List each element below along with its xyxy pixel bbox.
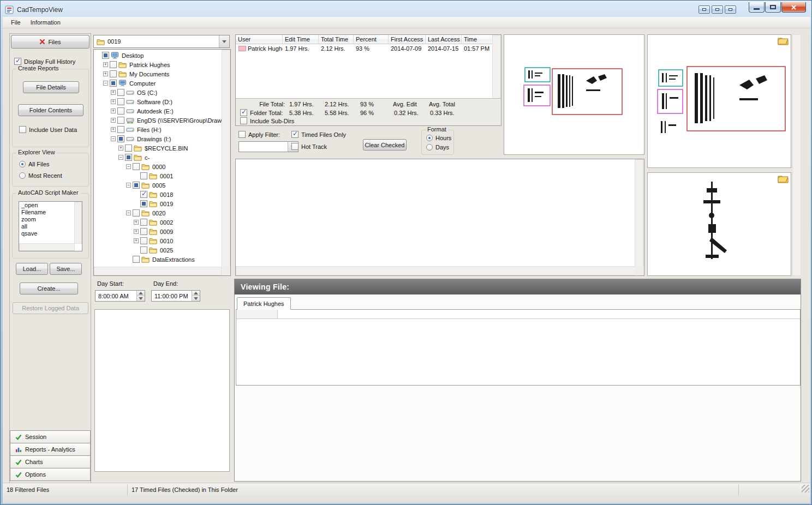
hours-radio[interactable]	[426, 135, 433, 141]
folder-total-checkbox[interactable]	[240, 109, 247, 116]
tree-checkbox[interactable]	[117, 135, 124, 142]
minimize-button[interactable]	[749, 2, 765, 13]
collapse-icon[interactable]: −	[103, 81, 108, 86]
tree-checkbox[interactable]	[140, 172, 147, 179]
days-radio[interactable]	[426, 144, 433, 151]
day-end-spinner[interactable]: 11:00:00 PM	[151, 290, 200, 302]
tree-checkbox[interactable]	[133, 209, 140, 217]
open-folder-icon[interactable]	[778, 37, 789, 46]
expand-icon[interactable]: +	[134, 220, 139, 225]
create-button[interactable]: Create...	[20, 282, 78, 294]
tree-item-software-d[interactable]: +Software (D:)	[94, 97, 222, 106]
tree-checkbox[interactable]	[140, 191, 147, 198]
tree-item-0018[interactable]: 0018	[94, 190, 222, 199]
tree-item-0002[interactable]: +0002	[94, 218, 222, 227]
tree-item-recycle-bin[interactable]: +$RECYCLE.BIN	[94, 143, 222, 153]
expand-icon[interactable]: +	[111, 109, 116, 113]
collapse-icon[interactable]: −	[111, 136, 116, 141]
tree-checkbox[interactable]	[125, 145, 132, 152]
collapse-icon[interactable]: −	[118, 155, 123, 160]
tree-item-patrick-hughes[interactable]: +Patrick Hughes	[94, 60, 222, 69]
stats-column-time[interactable]: Time	[462, 35, 493, 44]
tree-item-files-h[interactable]: +Files (H:)	[94, 125, 222, 134]
close-button[interactable]	[781, 2, 806, 13]
tree-item-0019[interactable]: 0019	[94, 199, 222, 208]
nav-button-session[interactable]: Session	[10, 430, 91, 443]
tree-checkbox[interactable]	[117, 126, 124, 133]
spin-down-button[interactable]	[137, 296, 145, 301]
tree-vertical-scrollbar[interactable]	[222, 50, 230, 267]
spin-up-button[interactable]	[192, 291, 200, 296]
tree-checkbox[interactable]	[133, 256, 140, 263]
extra-window-button-3[interactable]	[725, 5, 736, 14]
clear-checked-button[interactable]: Clear Checked	[363, 139, 407, 151]
tree-item-0009[interactable]: +0009	[94, 227, 222, 236]
nav-button-reports-analytics[interactable]: Reports - Analytics	[10, 443, 91, 456]
folder-contents-button[interactable]: Folder Contents	[18, 104, 83, 116]
most-recent-radio[interactable]	[19, 172, 26, 179]
tree-checkbox[interactable]	[117, 98, 124, 105]
tab-patrick-hughes[interactable]: Patrick Hughes	[237, 297, 291, 310]
stats-column-edit-time[interactable]: Edit Time	[283, 35, 319, 44]
tree-checkbox[interactable]	[110, 70, 117, 77]
stats-column-total-time[interactable]: Total Time	[319, 35, 354, 44]
tree-item-0025[interactable]: 0025	[94, 245, 222, 255]
tree-item-drawings-i[interactable]: −Drawings (I:)	[94, 134, 222, 143]
stats-column-first-access[interactable]: First Access	[389, 35, 426, 44]
day-start-spinner[interactable]: 8:00:00 AM	[95, 290, 145, 302]
file-list-horizontal-scrollbar[interactable]	[236, 266, 636, 275]
tree-checkbox[interactable]	[140, 219, 147, 226]
tree-item-engds-server-group-drawin[interactable]: +EngDS (\\SERVER\Group\Drawin	[94, 116, 222, 125]
tree-checkbox[interactable]	[140, 247, 147, 254]
script-line-open[interactable]: _open	[19, 202, 74, 209]
expand-icon[interactable]: +	[111, 90, 116, 95]
tree-checkbox[interactable]	[140, 228, 147, 235]
filter-combo[interactable]	[238, 141, 298, 152]
load-button[interactable]: Load...	[16, 263, 48, 275]
script-vertical-scrollbar[interactable]	[74, 202, 82, 244]
stats-column-user[interactable]: User	[236, 35, 283, 44]
folder-combo[interactable]: 0019	[93, 35, 230, 48]
expand-icon[interactable]: +	[111, 118, 116, 123]
tree-checkbox[interactable]	[140, 200, 147, 207]
tree-item-my-documents[interactable]: +My Documents	[94, 69, 222, 79]
expand-icon[interactable]: +	[111, 99, 116, 104]
expand-icon[interactable]: +	[134, 229, 139, 234]
display-full-history-checkbox[interactable]	[14, 58, 21, 65]
expand-icon[interactable]: +	[103, 71, 108, 76]
resize-grip[interactable]	[802, 485, 809, 492]
all-files-radio[interactable]	[19, 161, 26, 167]
expand-icon[interactable]: +	[103, 62, 108, 67]
stats-row[interactable]: Patrick Hughe1.97 Hrs.2.12 Hrs.93 %2014-…	[236, 44, 493, 53]
tree-item-os-c[interactable]: +OS (C:)	[94, 88, 222, 97]
tree-item-0005[interactable]: −0005	[94, 181, 222, 190]
tree-item-c[interactable]: −c-	[94, 153, 222, 162]
script-line-all[interactable]: all	[19, 223, 74, 230]
tree-item-0010[interactable]: +0010	[94, 236, 222, 245]
include-subdirs-checkbox[interactable]	[240, 117, 247, 124]
extra-window-button-1[interactable]	[698, 5, 710, 14]
apply-filter-checkbox[interactable]	[238, 131, 246, 138]
script-line-zoom[interactable]: zoom	[19, 216, 74, 223]
folder-combo-dropdown-button[interactable]	[219, 35, 229, 47]
hot-track-checkbox[interactable]	[291, 143, 298, 150]
tree-item-0001[interactable]: 0001	[94, 171, 222, 181]
tree-checkbox[interactable]	[117, 107, 124, 115]
script-horizontal-scrollbar[interactable]	[19, 243, 75, 251]
stats-column-last-access[interactable]: Last Access	[426, 35, 462, 44]
expand-icon[interactable]: +	[118, 146, 123, 151]
nav-button-options[interactable]: Options	[10, 468, 91, 481]
spin-down-button[interactable]	[192, 296, 200, 301]
stats-vertical-scrollbar[interactable]	[492, 35, 501, 99]
tree-checkbox[interactable]	[140, 237, 147, 244]
include-user-data-checkbox[interactable]	[19, 126, 26, 133]
tree-checkbox[interactable]	[133, 182, 140, 189]
file-list-vertical-scrollbar[interactable]	[635, 159, 644, 267]
tree-item-0020[interactable]: −0020	[94, 208, 222, 218]
restore-logged-data-button[interactable]: Restore Logged Data	[13, 302, 88, 314]
menu-item-file[interactable]: File	[6, 18, 26, 27]
tree-item-desktop[interactable]: Desktop	[94, 51, 222, 60]
tree-checkbox[interactable]	[117, 89, 124, 96]
tree-item-computer[interactable]: −Computer	[94, 79, 222, 88]
preview-vertical-scrollbar[interactable]	[792, 34, 801, 276]
